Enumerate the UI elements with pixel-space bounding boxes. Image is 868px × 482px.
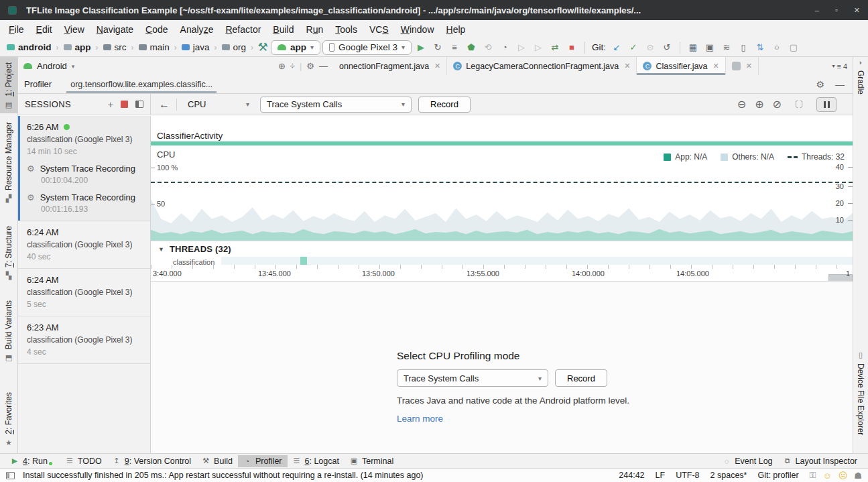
learn-more-link[interactable]: Learn more	[397, 414, 443, 424]
session-item[interactable]: 6:24 AMclassification (Google Pixel 3)5 …	[18, 269, 150, 316]
menu-view[interactable]: View	[58, 22, 90, 37]
session-item[interactable]: 6:24 AMclassification (Google Pixel 3)40…	[18, 221, 150, 269]
tool-strip-gradle[interactable]: ◗Gradle	[853, 58, 868, 113]
editor-tab-onnectionFragment.java[interactable]: onnectionFragment.java✕	[333, 57, 447, 75]
collapse-triangle-icon[interactable]: ▼	[158, 246, 164, 253]
device-manager-button[interactable]: ▦	[686, 40, 700, 55]
sad-face-icon[interactable]: ☹	[839, 471, 848, 481]
stop-session-icon[interactable]	[121, 101, 128, 108]
mode-panel-record-button[interactable]: Record	[555, 369, 607, 387]
tool-strip-1-project[interactable]: 1: Project▤	[0, 57, 17, 113]
tool-strip-7-structure[interactable]: 7: Structure▚	[0, 226, 17, 298]
trace-mode-dropdown[interactable]: Trace System Calls▾	[260, 97, 412, 113]
locate-icon[interactable]: ⊕	[278, 61, 286, 71]
profiler-session-tab[interactable]: org.tensorflow.lite.examples.classific..…	[66, 75, 216, 93]
tool-strip-device-file-explorer[interactable]: ▯Device File Explorer	[853, 351, 868, 466]
session-recording-item[interactable]: ⚙System Trace Recording00:10:04.200	[27, 164, 143, 185]
zoom-to-selection-icon[interactable]: 〔〕	[790, 99, 808, 111]
back-arrow-icon[interactable]: ←	[159, 99, 170, 111]
profiler-stage[interactable]: ClassifierActivity CPU App: N/AOthers: N…	[151, 116, 853, 453]
layout-device-button[interactable]: ▯	[736, 40, 751, 55]
menu-navigate[interactable]: Navigate	[90, 22, 139, 37]
editor-tab-Classifier.java[interactable]: CClassifier.java✕	[637, 57, 725, 75]
menu-code[interactable]: Code	[139, 22, 174, 37]
device-dropdown[interactable]: Google Pixel 3▾	[322, 40, 412, 55]
hidden-tabs-dropdown[interactable]: ▾≡4	[826, 57, 853, 75]
logcat-device-button[interactable]: ≋	[719, 40, 734, 55]
collapse-sessions-icon[interactable]	[135, 101, 143, 108]
happy-face-icon[interactable]: ☺	[823, 471, 832, 481]
hammer-icon[interactable]: ⚒	[257, 40, 269, 54]
breadcrumb-app[interactable]: app	[62, 42, 92, 52]
project-view-selector[interactable]: Android	[37, 61, 67, 71]
tool-window-button-layout-inspector[interactable]: ⧉Layout Inspector	[778, 455, 863, 467]
git-update-button[interactable]: ↙	[609, 40, 624, 55]
menu-edit[interactable]: Edit	[30, 22, 58, 37]
menu-window[interactable]: Window	[395, 22, 440, 37]
record-button[interactable]: Record	[418, 97, 471, 113]
avatar-button[interactable]: ▢	[786, 40, 801, 55]
menu-vcs[interactable]: VCS	[363, 22, 395, 37]
timeline-axis[interactable]: 3:40.00013:45.00013:50.00013:55.00014:00…	[151, 265, 853, 281]
tool-window-button-profiler[interactable]: ◔Profiler	[238, 455, 288, 467]
tool-window-button-terminal[interactable]: ▣Terminal	[345, 455, 399, 467]
tool-window-button-event-log[interactable]: ◌Event Log	[717, 455, 778, 467]
git-history-button[interactable]: ⊙	[643, 40, 658, 55]
tool-window-button-4-run[interactable]: ▶4: Run	[5, 455, 60, 467]
profiler-settings-gear-icon[interactable]: ⚙	[816, 79, 824, 90]
close-tab-icon[interactable]: ✕	[434, 62, 440, 70]
close-tab-icon[interactable]: ✕	[746, 62, 752, 70]
indent-setting[interactable]: 2 spaces*	[710, 471, 747, 480]
step-disabled-button[interactable]: ▷	[514, 40, 529, 55]
mirror-device-button[interactable]: ⇅	[753, 40, 767, 55]
apply-changes-button[interactable]: ↻	[430, 40, 445, 55]
git-commit-button[interactable]: ✓	[626, 40, 641, 55]
close-tab-icon[interactable]: ✕	[624, 62, 630, 70]
profiler-hide-icon[interactable]: —	[835, 79, 845, 90]
editor-tab-LegacyCameraConnectionFragment.java[interactable]: CLegacyCameraConnectionFragment.java✕	[447, 57, 637, 75]
git-rollback-button[interactable]: ↺	[660, 40, 674, 55]
cpu-usage-chart[interactable]: CPU App: N/AOthers: N/AThreads: 32 100 %…	[151, 145, 853, 241]
session-recording-item[interactable]: ⚙System Trace Recording00:01:16.193	[27, 192, 143, 214]
maximize-button[interactable]: ▫	[835, 6, 838, 15]
running-devices-button[interactable]: ▣	[702, 40, 717, 55]
run-configuration-dropdown[interactable]: app▾	[271, 40, 320, 55]
collapse-all-icon[interactable]: ÷	[290, 61, 295, 71]
lock-icon[interactable]: ⚿	[810, 470, 816, 481]
hector-icon[interactable]: ☗	[854, 471, 862, 481]
breadcrumb-src[interactable]: src	[102, 42, 128, 52]
mode-panel-dropdown[interactable]: Trace System Calls▾	[397, 369, 548, 387]
git-branch[interactable]: Git: profiler	[757, 471, 798, 480]
encoding[interactable]: UTF-8	[676, 471, 699, 480]
apply-code-changes-button[interactable]: ≡	[447, 40, 462, 55]
session-item[interactable]: 6:23 AMclassification (Google Pixel 3)4 …	[18, 316, 150, 364]
reset-zoom-icon[interactable]: ⊘	[773, 98, 782, 111]
threads-section-header[interactable]: ▼ THREADS (32)	[151, 241, 853, 257]
toggle-panels-icon[interactable]	[6, 472, 15, 479]
minimize-button[interactable]: –	[815, 6, 819, 15]
pause-live-button[interactable]	[816, 97, 836, 112]
tool-window-button-build[interactable]: ⚒Build	[196, 455, 238, 467]
session-item[interactable]: 6:26 AMclassification (Google Pixel 3)14…	[18, 116, 150, 221]
step-dot-disabled-button[interactable]: ▷	[531, 40, 546, 55]
menu-run[interactable]: Run	[300, 22, 330, 37]
close-button[interactable]: ✕	[854, 6, 860, 15]
tool-window-button-6-logcat[interactable]: ☰6: Logcat	[288, 455, 345, 467]
settings-gear-icon[interactable]: ⚙	[306, 61, 314, 71]
search-button[interactable]: ○	[769, 40, 784, 55]
tool-strip-build-variants[interactable]: Build Variants⬒	[0, 300, 17, 377]
tool-window-button-9-version-control[interactable]: ↥9: Version Control	[107, 455, 196, 467]
hide-panel-icon[interactable]: —	[319, 61, 328, 71]
menu-refactor[interactable]: Refactor	[219, 22, 267, 37]
debug-button[interactable]: ⬟	[464, 40, 479, 55]
profiler-view-dropdown[interactable]: CPU▾	[184, 99, 253, 109]
breadcrumb-main[interactable]: main	[137, 42, 171, 52]
zoom-in-icon[interactable]: ⊕	[755, 98, 763, 111]
menu-file[interactable]: File	[3, 22, 30, 37]
sync-button[interactable]: ⇄	[548, 40, 562, 55]
add-session-icon[interactable]: +	[108, 100, 113, 109]
stop-button[interactable]: ■	[564, 40, 579, 55]
line-ending[interactable]: LF	[656, 471, 666, 480]
tool-window-button-todo[interactable]: ☰TODO	[60, 455, 107, 467]
play-button[interactable]: ▶	[414, 40, 428, 55]
